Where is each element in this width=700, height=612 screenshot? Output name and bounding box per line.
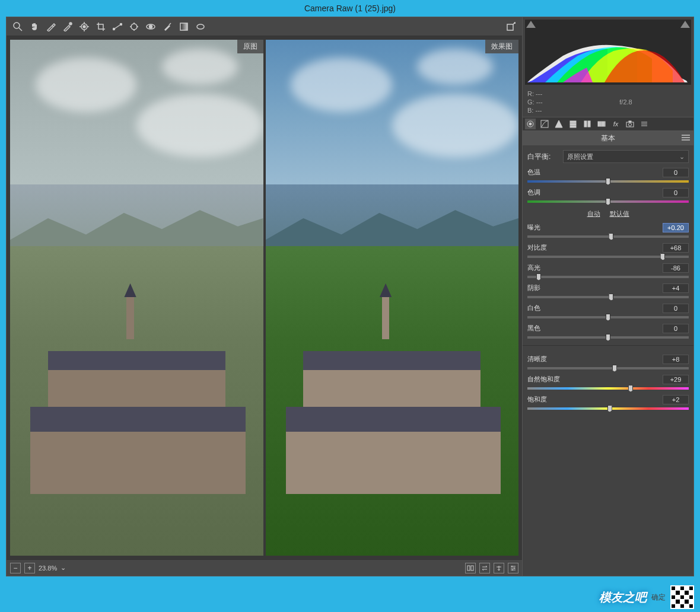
svg-rect-40 [600,122,602,126]
slider-saturation-label: 饱和度 [527,395,547,404]
slider-blacks-thumb[interactable] [606,334,610,341]
slider-whites-label: 白色 [527,304,540,313]
zoom-in-button[interactable]: + [24,563,35,573]
tab-presets-icon[interactable] [639,119,650,129]
shadow-clip-icon[interactable] [526,21,536,28]
slider-tint-thumb[interactable] [606,198,610,205]
bottom-bar: − + 23.8% ⌄ [7,559,522,576]
svg-rect-38 [588,121,590,127]
slider-highlights-track[interactable] [527,274,689,280]
slider-highlights-thumb[interactable] [536,273,541,280]
svg-rect-22 [507,24,513,30]
sampler-tool-icon[interactable] [60,19,75,34]
slider-saturation-value[interactable]: +2 [663,395,689,404]
default-link[interactable]: 默认值 [610,209,629,218]
slider-shadows: 阴影+4 [527,283,689,300]
tab-detail-icon[interactable] [553,119,564,129]
gradient-tool-icon[interactable] [176,19,192,34]
slider-tint-value[interactable]: 0 [663,188,689,197]
slider-vibrance-track[interactable] [527,385,689,391]
svg-point-10 [113,28,115,30]
slider-temp-label: 色温 [527,168,540,177]
svg-point-11 [120,23,122,25]
slider-contrast-label: 对比度 [527,243,547,253]
slider-temp-track[interactable] [527,179,689,184]
qr-code-icon [670,585,694,609]
slider-whites-thumb[interactable] [606,314,610,321]
copy-settings-icon[interactable] [494,563,504,573]
eyedropper-tool-icon[interactable] [43,19,59,34]
spot-tool-icon[interactable] [126,19,142,34]
brush-tool-icon[interactable] [160,19,175,34]
slider-tint: 色调0 [527,188,689,205]
slider-vibrance-value[interactable]: +29 [663,375,689,384]
svg-rect-41 [602,122,604,126]
redeye-tool-icon[interactable] [143,19,158,34]
svg-rect-37 [584,121,587,127]
after-image[interactable]: 效果图 [266,40,519,556]
slider-contrast-thumb[interactable] [660,253,665,260]
slider-blacks-track[interactable] [527,334,689,340]
slider-clarity-track[interactable] [527,365,689,371]
straighten-tool-icon[interactable] [110,19,125,34]
svg-rect-34 [570,121,576,123]
slider-blacks-value[interactable]: 0 [663,324,689,333]
svg-point-29 [514,568,515,569]
tab-lens-icon[interactable] [596,119,607,129]
slider-shadows-track[interactable] [527,294,689,300]
right-panel: R: --- G: --- B: --- f/2.8 fx 基本 白平衡: 原照 [523,17,693,576]
slider-tint-track[interactable] [527,199,689,205]
zoom-tool-icon[interactable] [10,19,26,34]
slider-temp-thumb[interactable] [606,178,610,185]
slider-exposure-thumb[interactable] [609,233,613,240]
slider-saturation-thumb[interactable] [607,405,612,412]
svg-rect-36 [570,126,576,128]
slider-highlights-value[interactable]: -86 [663,263,689,273]
slider-clarity-thumb[interactable] [612,365,617,372]
radial-tool-icon[interactable] [193,19,208,34]
preferences-icon[interactable] [503,19,518,34]
compare-mode-icon[interactable] [465,563,476,573]
slider-saturation-track[interactable] [527,406,689,412]
ok-button[interactable]: 确定 [651,592,666,603]
slider-temp-value[interactable]: 0 [663,168,689,177]
svg-point-12 [131,24,137,30]
tab-camera-icon[interactable] [625,119,635,129]
crop-tool-icon[interactable] [93,19,109,34]
hand-tool-icon[interactable] [27,19,42,34]
slider-contrast-track[interactable] [527,254,689,260]
zoom-dropdown-icon[interactable]: ⌄ [61,564,66,572]
slider-shadows-thumb[interactable] [609,294,613,301]
slider-blacks-label: 黑色 [527,324,540,333]
aperture-readout: f/2.8 [563,90,689,114]
svg-rect-20 [180,23,187,30]
tab-hsl-icon[interactable] [568,119,578,129]
zoom-out-button[interactable]: − [10,563,21,573]
auto-link[interactable]: 自动 [587,209,600,218]
slider-whites-value[interactable]: 0 [663,304,689,313]
slider-shadows-value[interactable]: +4 [663,283,689,293]
slider-exposure-track[interactable] [527,234,689,240]
swap-icon[interactable] [479,563,490,573]
slider-clarity-label: 清晰度 [527,355,547,364]
slider-contrast-value[interactable]: +68 [663,243,689,253]
panel-menu-icon[interactable] [682,135,690,142]
tab-curve-icon[interactable] [539,119,550,129]
target-adjust-tool-icon[interactable] [77,19,92,34]
toolbar [7,17,522,36]
slider-clarity-value[interactable]: +8 [663,355,689,364]
tab-split-icon[interactable] [582,119,593,129]
wb-select[interactable]: 原照设置 [563,150,689,163]
histogram[interactable] [525,20,691,85]
view-settings-icon[interactable] [508,563,518,573]
tab-fx-icon[interactable]: fx [610,119,621,129]
rgb-readout: R: --- G: --- B: --- [527,90,563,114]
before-image[interactable]: 原图 [10,40,263,556]
slider-whites-track[interactable] [527,314,689,320]
slider-exposure-value[interactable]: +0.20 [663,223,689,232]
highlight-clip-icon[interactable] [680,21,690,28]
app-window: 原图 [6,17,694,576]
tab-basic-icon[interactable] [525,119,536,129]
watermark: 模友之吧 确定 [593,582,700,612]
slider-vibrance-thumb[interactable] [628,385,633,392]
